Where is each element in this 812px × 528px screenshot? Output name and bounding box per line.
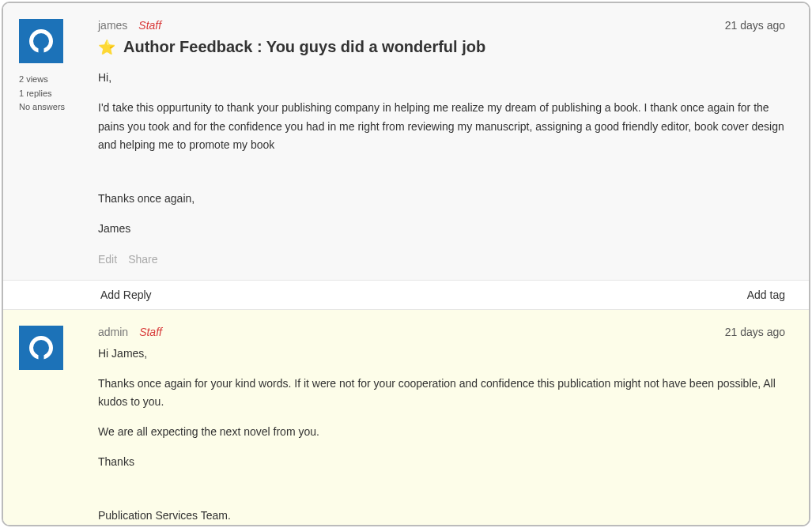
signoff: Publication Services Team. <box>98 507 785 526</box>
add-reply-link[interactable]: Add Reply <box>100 289 152 301</box>
title-text: Author Feedback : You guys did a wonderf… <box>123 38 485 56</box>
author-name[interactable]: james <box>98 19 127 32</box>
greeting: Hi James, <box>98 345 785 364</box>
paragraph: Thanks once again for your kind words. I… <box>98 375 785 413</box>
avatar-column: 2 views 1 replies No answers <box>19 19 90 266</box>
avatar-column <box>19 326 90 526</box>
star-icon: ⭐ <box>98 39 115 56</box>
avatar-icon <box>29 336 53 360</box>
avatar <box>19 19 63 63</box>
share-link[interactable]: Share <box>128 253 157 266</box>
thread-container: 2 views 1 replies No answers james Staff… <box>2 2 810 526</box>
role-badge: Staff <box>138 19 161 32</box>
content-column: admin Staff 21 days ago Hi James, Thanks… <box>90 326 785 526</box>
edit-link[interactable]: Edit <box>98 253 117 266</box>
views-stat: 2 views <box>19 73 90 87</box>
author-name[interactable]: admin <box>98 326 128 338</box>
meta-row: admin Staff 21 days ago <box>98 326 785 338</box>
replies-stat: 1 replies <box>19 87 90 101</box>
thanks-line: Thanks <box>98 453 785 472</box>
role-badge: Staff <box>139 326 162 338</box>
signoff: James <box>98 220 785 239</box>
meta-left: admin Staff <box>98 326 162 338</box>
avatar <box>19 326 63 370</box>
post-body: Hi James, Thanks once again for your kin… <box>98 345 785 526</box>
paragraph: We are all expecting the next novel from… <box>98 423 785 442</box>
post-title: ⭐ Author Feedback : You guys did a wonde… <box>98 38 785 56</box>
greeting: Hi, <box>98 69 785 88</box>
add-tag-link[interactable]: Add tag <box>747 289 785 301</box>
thanks-line: Thanks once again, <box>98 190 785 209</box>
answers-stat: No answers <box>19 100 90 115</box>
original-post: 2 views 1 replies No answers james Staff… <box>3 3 809 281</box>
avatar-icon <box>29 29 53 53</box>
content-column: james Staff 21 days ago ⭐ Author Feedbac… <box>90 19 785 266</box>
reply-post: admin Staff 21 days ago Hi James, Thanks… <box>3 310 809 526</box>
meta-left: james Staff <box>98 19 161 32</box>
action-bar: Add Reply Add tag <box>3 281 809 310</box>
post-actions: Edit Share <box>98 253 785 266</box>
paragraph: I'd take this oppurtunity to thank your … <box>98 99 785 155</box>
timestamp: 21 days ago <box>725 326 785 338</box>
post-body: Hi, I'd take this oppurtunity to thank y… <box>98 69 785 239</box>
meta-row: james Staff 21 days ago <box>98 19 785 32</box>
post-stats: 2 views 1 replies No answers <box>19 73 90 115</box>
timestamp: 21 days ago <box>725 19 785 32</box>
